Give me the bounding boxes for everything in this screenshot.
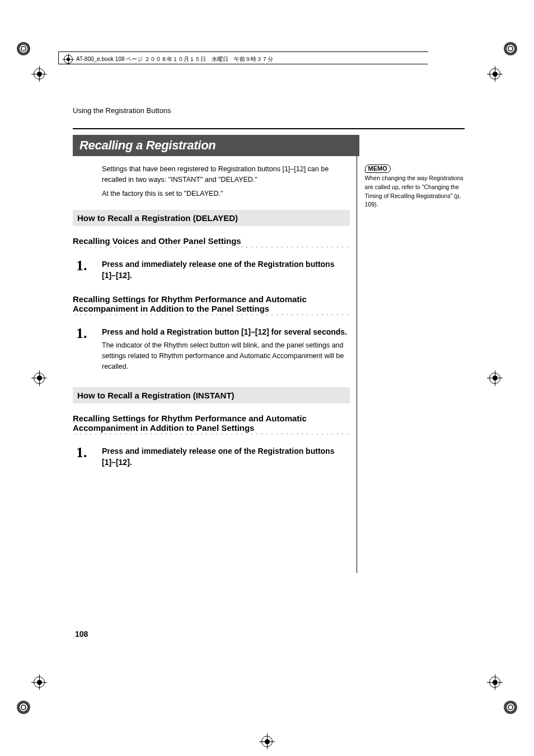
step-number: 1. [76,259,102,284]
page-number: 108 [75,630,88,638]
section-title: Recalling a Registration [73,135,359,156]
memo-icon: MEMO [365,164,391,173]
step-item: 1. Press and hold a Registration button … [73,326,350,372]
two-column-layout: Settings that have been registered to Re… [73,156,465,574]
dotted-rule [73,247,350,247]
voices-heading: Recalling Voices and Other Panel Setting… [73,236,350,246]
printer-crop-mark-icon [17,701,30,714]
registration-target-icon [261,736,273,747]
registration-target-icon [489,68,500,79]
printer-crop-mark-icon [504,42,517,55]
subsection-heading-instant: How to Recall a Registration (INSTANT) [73,387,350,403]
step-number: 1. [76,445,102,471]
running-head: Using the Registration Buttons [73,106,465,115]
step-item: 1. Press and immediately release one of … [73,259,350,284]
step-title: Press and hold a Registration button [1]… [102,326,350,337]
dotted-rule [73,434,350,434]
step-title: Press and immediately release one of the… [102,445,350,468]
registration-target-icon [34,68,45,79]
intro-text: Settings that have been registered to Re… [73,164,350,200]
page-content: Using the Registration Buttons Recalling… [73,106,465,573]
imposition-header: AT-800_e.book 108 ページ ２００８年１０月１５日 水曜日 午前… [64,55,273,64]
printer-crop-mark-icon [17,42,30,55]
registration-target-icon [489,677,500,688]
rhythm-heading: Recalling Settings for Rhythm Performanc… [73,294,350,313]
dotted-rule [73,314,350,315]
subsection-heading-delayed: How to Recall a Registration (DELAYED) [73,210,350,226]
step-item: 1. Press and immediately release one of … [73,445,350,471]
rhythm-heading: Recalling Settings for Rhythm Performanc… [73,414,350,433]
memo-text: When changing the way Registrations are … [365,174,465,209]
registration-target-icon [34,373,45,384]
step-text: The indicator of the Rhythm select butto… [102,340,350,373]
intro-paragraph: At the factory this is set to "DELAYED." [102,189,350,199]
registration-target-icon [489,373,500,384]
registration-target-icon [64,55,73,64]
divider [73,128,465,129]
intro-paragraph: Settings that have been registered to Re… [102,164,350,186]
registration-target-icon [34,677,45,688]
step-number: 1. [76,326,102,372]
memo-column: MEMO When changing the way Registrations… [357,156,465,574]
step-title: Press and immediately release one of the… [102,259,350,281]
printer-crop-mark-icon [504,701,517,714]
main-column: Settings that have been registered to Re… [73,156,357,574]
